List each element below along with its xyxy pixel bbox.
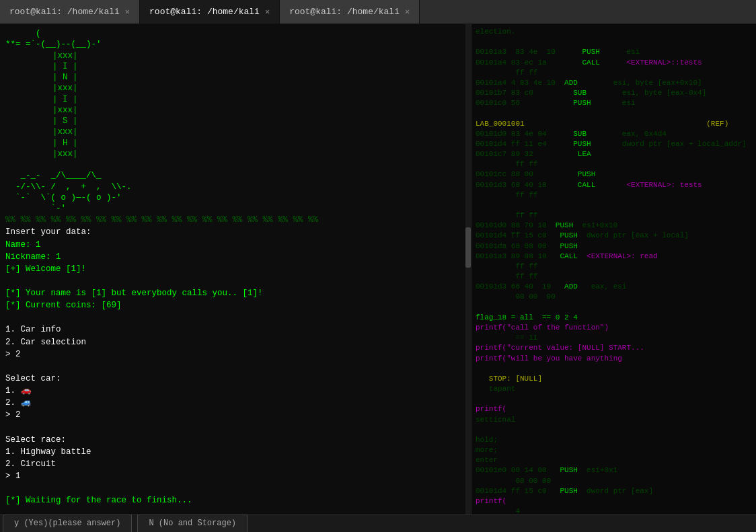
tab-1-label: root@kali: /home/kali: [9, 7, 120, 17]
tab-3-close[interactable]: ✕: [405, 7, 410, 17]
tab-2-close[interactable]: ✕: [265, 7, 270, 17]
tab-3-label: root@kali: /home/kali: [289, 7, 400, 17]
tab-3[interactable]: root@kali: /home/kali ✕: [280, 0, 420, 24]
tab-2-label: root@kali: /home/kali: [149, 7, 260, 17]
left-terminal: ( **= =`-(__)--(__)-' |xxx| | I | | N | …: [0, 24, 471, 532]
tab-2[interactable]: root@kali: /home/kali ✕: [140, 0, 280, 24]
right-terminal: election. 00101a3 83 4e 10 PUSH esi 0010…: [471, 24, 756, 532]
title-bar: root@kali: /home/kali ✕ root@kali: /home…: [0, 0, 756, 24]
tab-1[interactable]: root@kali: /home/kali ✕: [0, 0, 140, 24]
tab-1-close[interactable]: ✕: [125, 7, 130, 17]
